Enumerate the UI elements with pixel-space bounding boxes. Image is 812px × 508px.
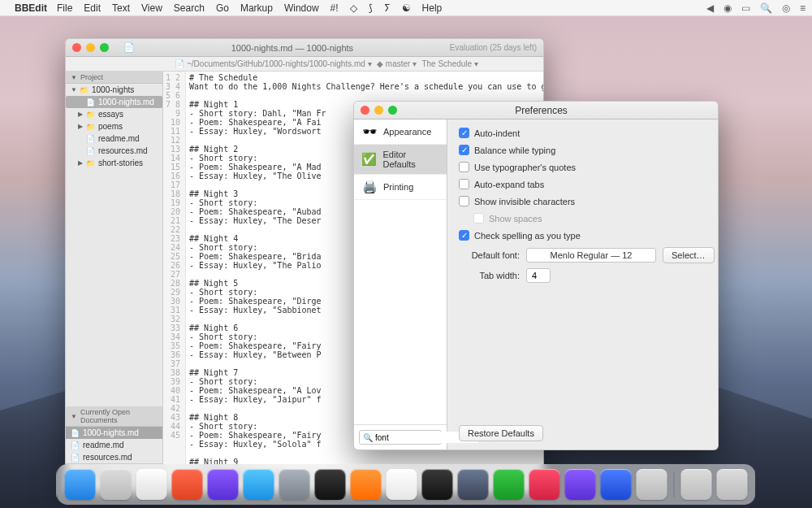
volume-icon[interactable]: ◀︎ [706, 2, 714, 14]
dock-app-icon[interactable] [172, 469, 203, 500]
wifi-icon[interactable]: ◉ [723, 2, 732, 14]
zoom-icon[interactable] [100, 43, 109, 52]
printing-icon: 🖨️ [361, 180, 378, 194]
label: Balance while typing [474, 145, 555, 155]
restore-defaults-button[interactable]: Restore Defaults [459, 425, 543, 441]
tree-item[interactable]: ▶short-stories [66, 157, 162, 169]
prefs-content: Auto-indent Balance while typing Use typ… [447, 119, 718, 449]
menu-shebang[interactable]: #! [330, 2, 339, 14]
select-font-button[interactable]: Select… [663, 247, 715, 263]
prefs-sidebar: 🕶️Appearance ✅Editor Defaults 🖨️Printing… [354, 119, 447, 449]
checkbox-typographer[interactable] [459, 162, 469, 172]
spotlight-icon[interactable]: 🔍 [760, 2, 772, 14]
checkbox-spellcheck[interactable] [459, 230, 469, 241]
label: Auto-expand tabs [474, 180, 544, 189]
prefs-titlebar[interactable]: Preferences [354, 102, 718, 119]
tree-item[interactable]: ▶poems [66, 120, 162, 132]
line-gutter: 1 2 3 4 5 6 7 8 9 10 11 12 13 14 15 16 1… [163, 72, 186, 478]
checkbox-autoexpand[interactable] [459, 179, 469, 189]
minimize-icon[interactable] [86, 43, 95, 52]
dock-app-icon[interactable] [387, 469, 417, 500]
tree-item[interactable]: readme.md [66, 132, 162, 145]
open-doc[interactable]: 1000-nights.md [66, 427, 162, 439]
label: Auto-indent [474, 128, 520, 138]
tree-item[interactable]: 1000-nights.md [66, 96, 162, 108]
dock-finder-icon[interactable] [65, 469, 96, 500]
path-bar: 📄~/Documents/GitHub/1000-nights/1000-nig… [66, 57, 543, 72]
zoom-icon[interactable] [388, 106, 397, 115]
appearance-icon: 🕶️ [361, 124, 378, 139]
menu-markup[interactable]: Markup [240, 2, 273, 14]
dock-app-icon[interactable] [279, 469, 310, 500]
dock-app-icon[interactable] [601, 469, 632, 500]
tree-item[interactable]: resources.md [66, 145, 162, 157]
glyph-4[interactable]: ☯ [402, 2, 411, 14]
dock-app-icon[interactable] [565, 469, 596, 500]
dock-app-icon[interactable] [494, 469, 525, 500]
section-crumb[interactable]: The Schedule▾ [421, 59, 478, 68]
checkbox-auto-indent[interactable] [459, 128, 469, 138]
evaluation-label: Evaluation (25 days left) [450, 43, 537, 52]
checkbox-show-spaces [473, 213, 484, 224]
checkbox-balance[interactable] [459, 145, 469, 155]
glyph-1[interactable]: ◇ [350, 2, 357, 14]
label: Use typographer's quotes [474, 163, 576, 172]
glyph-2[interactable]: ⟆ [369, 2, 373, 14]
path-crumb[interactable]: 📄~/Documents/GitHub/1000-nights/1000-nig… [175, 59, 372, 68]
dock-app-icon[interactable] [315, 469, 346, 500]
dock-app-icon[interactable] [244, 469, 274, 500]
open-doc[interactable]: readme.md [66, 439, 162, 451]
label: Show spaces [489, 214, 542, 224]
tab-width-field[interactable] [526, 268, 551, 283]
minimize-icon[interactable] [374, 106, 383, 115]
pref-cat-appearance[interactable]: 🕶️Appearance [354, 119, 447, 145]
pref-cat-printing[interactable]: 🖨️Printing [354, 175, 447, 200]
prefs-title: Preferences [404, 105, 679, 116]
dock-app-icon[interactable] [637, 469, 667, 500]
branch-crumb[interactable]: ◆master▾ [377, 59, 417, 68]
close-icon[interactable] [72, 43, 81, 52]
menu-view[interactable]: View [141, 2, 162, 14]
window-title: 1000-nights.md — 1000-nights [135, 43, 450, 53]
menubar: BBEdit File Edit Text View Search Go Mar… [0, 0, 812, 16]
dock-app-icon[interactable] [136, 469, 167, 500]
editor-defaults-icon: ✅ [361, 152, 378, 167]
menu-text[interactable]: Text [112, 2, 130, 14]
pref-cat-editor-defaults[interactable]: ✅Editor Defaults [354, 145, 447, 175]
dock-app-icon[interactable] [458, 469, 489, 500]
menu-search[interactable]: Search [174, 2, 205, 14]
menu-window[interactable]: Window [284, 2, 319, 14]
dock-app-icon[interactable] [208, 469, 239, 500]
notifications-icon[interactable]: ≡ [800, 2, 806, 14]
tab-label: Tab width: [459, 271, 520, 280]
label: Check spelling as you type [474, 231, 581, 241]
open-docs-header[interactable]: ▼Currently Open Documents [66, 406, 162, 427]
checkbox-invisible[interactable] [459, 196, 469, 206]
dock-app-icon[interactable] [422, 469, 453, 500]
font-label: Default font: [459, 250, 520, 260]
tree-item[interactable]: ▶essays [66, 108, 162, 120]
siri-icon[interactable]: ◎ [782, 2, 790, 14]
dock-app-icon[interactable] [529, 469, 560, 500]
dock-app-icon[interactable] [351, 469, 382, 500]
tree-root[interactable]: ▼1000-nights [66, 84, 162, 96]
battery-icon[interactable]: ▭ [741, 2, 750, 14]
doc-icon: 📄 [123, 42, 135, 53]
dock-downloads-icon[interactable] [681, 469, 712, 500]
label: Show invisible characters [474, 197, 575, 206]
titlebar[interactable]: 📄 1000-nights.md — 1000-nights Evaluatio… [66, 39, 543, 57]
menu-edit[interactable]: Edit [84, 2, 101, 14]
open-doc[interactable]: resources.md [66, 451, 162, 463]
menu-file[interactable]: File [57, 2, 72, 14]
prefs-search: 🔍 ⓧ [354, 424, 447, 449]
app-name[interactable]: BBEdit [15, 2, 47, 14]
menu-help[interactable]: Help [422, 2, 443, 14]
menu-go[interactable]: Go [216, 2, 229, 14]
project-header[interactable]: ▼Project [66, 72, 162, 84]
font-field: Menlo Regular — 12 [526, 248, 656, 263]
close-icon[interactable] [361, 106, 369, 115]
dock-app-icon[interactable] [101, 469, 132, 500]
project-sidebar: ▼Project ▼1000-nights 1000-nights.md ▶es… [66, 72, 163, 478]
dock-trash-icon[interactable] [717, 469, 748, 500]
glyph-3[interactable]: ⵢ [384, 2, 391, 14]
